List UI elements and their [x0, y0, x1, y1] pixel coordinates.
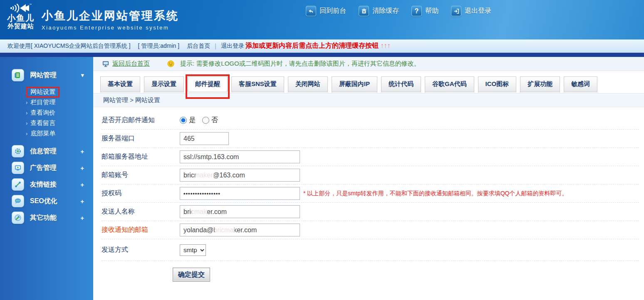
- mail-account-input[interactable]: [180, 169, 300, 182]
- tab-google-ga[interactable]: 谷歌GA代码: [425, 76, 474, 92]
- sidebar-section-ad-manage[interactable]: 广告管理 +: [0, 160, 93, 176]
- svg-text:™: ™: [29, 3, 32, 6]
- sidebar-section-other[interactable]: 其它功能 +: [0, 209, 93, 226]
- sidebar-item-label: 查看询价: [30, 109, 55, 117]
- sidebar-section-label: 信息管理: [30, 147, 57, 156]
- tab-basic-settings[interactable]: 基本设置: [100, 76, 140, 92]
- sender-name-input[interactable]: [180, 205, 300, 218]
- back-to-front-button[interactable]: 回到前台: [306, 6, 346, 16]
- sidebar-section-friend-links[interactable]: 友情链接 +: [0, 176, 93, 193]
- form-row-sender-name: 发送人名称: [102, 203, 639, 221]
- logout-button[interactable]: 退出登录: [451, 6, 491, 16]
- annotation-red-box: 网站设置: [26, 87, 59, 98]
- sidebar-item-view-messages[interactable]: › 查看留言: [0, 118, 93, 128]
- tab-mail-reminder[interactable]: 邮件提醒: [188, 76, 228, 92]
- backend-home-link[interactable]: 后台首页: [187, 42, 210, 50]
- sidebar-section-seo[interactable]: SEO优化 +: [0, 193, 93, 209]
- clear-cache-button[interactable]: 清除缓存: [359, 6, 399, 16]
- brand-badge: ™ 小鱼儿 外贸建站: [6, 2, 36, 30]
- sidebar-section-label: 其它功能: [30, 214, 57, 222]
- enable-mail-label: 是否开启邮件通知: [102, 116, 180, 125]
- notify-email-label: 接收通知的邮箱: [102, 226, 180, 234]
- breadcrumb: 网站管理 > 网站设置: [93, 93, 644, 107]
- welcome-text: 欢迎使用[ XIAOYUCMS企业网站后台管理系统 ]: [7, 42, 131, 50]
- tab-service-sns[interactable]: 客服SNS设置: [231, 76, 284, 92]
- sidebar-section-label: 网站管理: [30, 71, 57, 80]
- tab-close-site[interactable]: 关闭网站: [288, 76, 328, 92]
- tab-extensions[interactable]: 扩展功能: [520, 76, 560, 92]
- info-manage-gear-icon: [12, 145, 24, 157]
- system-title-block: 小鱼儿企业网站管理系统 Xiaoyucms Enterprise website…: [42, 2, 179, 31]
- sidebar-section-label: 友情链接: [30, 180, 57, 189]
- tab-ico-icon[interactable]: ICO图标: [478, 76, 517, 92]
- back-to-dashboard-link[interactable]: 返回后台首页: [112, 60, 150, 68]
- tab-block-domestic-ip[interactable]: 屏蔽国内IP: [332, 76, 377, 92]
- main-content: 返回后台首页 提示: 需要修改LOGO或二维码图片时，请先点击删除该图片，再进行…: [93, 57, 644, 300]
- sidebar-item-footer-menu[interactable]: › 底部菜单: [0, 128, 93, 139]
- help-button[interactable]: ? 帮助: [411, 6, 438, 16]
- mail-account-label: 邮箱账号: [102, 171, 180, 180]
- sidebar-item-label: 网站设置: [30, 88, 55, 95]
- radio-no[interactable]: [202, 117, 209, 124]
- sidebar-item-label: 栏目管理: [30, 98, 55, 106]
- caret-icon: ›: [26, 110, 27, 116]
- sidebar-item-column-manage[interactable]: › 栏目管理: [0, 97, 93, 108]
- sidebar-section-info-manage[interactable]: 信息管理 +: [0, 143, 93, 160]
- form-row-port: 服务器端口: [102, 130, 639, 148]
- auth-code-note: * 以上部分，只是smtp转发作用，不能和下面的接收通知邮箱相同。按要求填QQ个…: [303, 190, 567, 197]
- send-method-label: 发送方式: [102, 246, 180, 254]
- radio-yes[interactable]: [180, 117, 187, 124]
- form-row-submit: 确定提交: [102, 261, 639, 282]
- system-title: 小鱼儿企业网站管理系统: [42, 9, 179, 22]
- sidebar-section-label: SEO优化: [30, 197, 57, 206]
- sidebar-section-site-manage[interactable]: 网站管理 ▾: [0, 67, 93, 84]
- monitor-icon: [102, 61, 109, 67]
- ad-manage-screen-icon: [12, 162, 24, 174]
- form-row-mail-account: 邮箱账号: [102, 166, 639, 184]
- sidebar-item-label: 查看留言: [30, 119, 55, 127]
- welcome-bar: 欢迎使用[ XIAOYUCMS企业网站后台管理系统 ] [ 管理员:admin …: [0, 39, 644, 53]
- help-label: 帮助: [425, 7, 438, 15]
- mail-server-input[interactable]: [180, 150, 300, 163]
- logout-link[interactable]: 退出登录: [221, 42, 244, 50]
- question-mark-icon: ?: [411, 6, 422, 16]
- submit-button[interactable]: 确定提交: [173, 268, 210, 282]
- tip-text: 提示: 需要修改LOGO或二维码图片时，请先点击删除该图片，再进行其它信息的修改…: [180, 60, 420, 68]
- caret-icon: ›: [26, 99, 27, 106]
- cache-notice-arrows: ↑↑↑: [380, 42, 390, 49]
- enable-mail-radio-group: 是 否: [180, 116, 218, 125]
- form-row-auth-code: 授权码 * 以上部分，只是smtp转发作用，不能和下面的接收通知邮箱相同。按要求…: [102, 184, 639, 203]
- trash-icon: [359, 6, 369, 16]
- info-bar: 返回后台首页 提示: 需要修改LOGO或二维码图片时，请先点击删除该图片，再进行…: [93, 57, 644, 71]
- fish-logo-icon: ™: [10, 2, 32, 13]
- caret-icon: ›: [26, 130, 27, 137]
- send-method-select[interactable]: smtp: [180, 244, 206, 256]
- tab-display-settings[interactable]: 显示设置: [144, 76, 184, 92]
- plus-icon: +: [80, 181, 84, 188]
- sidebar-item-view-inquiries[interactable]: › 查看询价: [0, 108, 93, 118]
- divider-strip: [0, 53, 644, 57]
- notify-email-input[interactable]: [180, 224, 300, 236]
- plus-icon: +: [80, 214, 84, 221]
- logout-label: 退出登录: [465, 7, 491, 15]
- tab-stats-code[interactable]: 统计代码: [381, 76, 421, 92]
- sender-name-label: 发送人名称: [102, 207, 180, 216]
- brand-tagline: 外贸建站: [6, 22, 36, 30]
- back-arrow-icon: [306, 6, 316, 16]
- server-port-input[interactable]: [180, 132, 229, 145]
- clear-cache-label: 清除缓存: [372, 7, 399, 15]
- sidebar-item-site-settings[interactable]: › 网站设置: [0, 87, 93, 97]
- tab-sensitive-words[interactable]: 敏感词: [564, 76, 597, 92]
- plus-icon: +: [80, 148, 84, 155]
- radio-yes-option[interactable]: 是: [180, 116, 196, 125]
- admin-identity: [ 管理员:admin ]: [138, 42, 180, 50]
- form-row-send-method: 发送方式 smtp: [102, 239, 639, 261]
- mail-account-wrap: [180, 169, 300, 182]
- radio-no-label: 否: [211, 116, 218, 125]
- auth-code-input[interactable]: [180, 187, 300, 200]
- app-logo: ™ 小鱼儿 外贸建站 小鱼儿企业网站管理系统 Xiaoyucms Enterpr…: [6, 2, 179, 31]
- app-header: ™ 小鱼儿 外贸建站 小鱼儿企业网站管理系统 Xiaoyucms Enterpr…: [0, 0, 644, 39]
- radio-no-option[interactable]: 否: [202, 116, 218, 125]
- exit-door-icon: [451, 6, 461, 16]
- site-manage-icon: [12, 69, 24, 81]
